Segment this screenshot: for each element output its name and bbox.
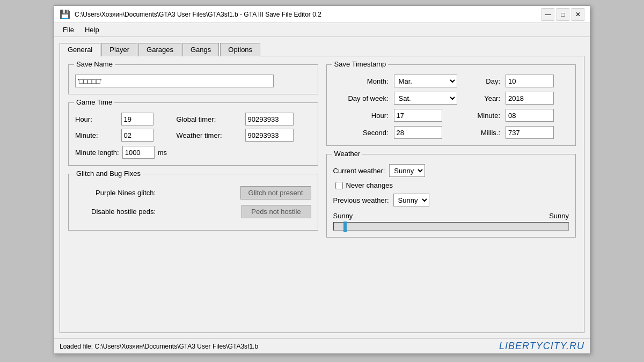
minute-length-input[interactable]: [122, 146, 155, 159]
ms-label: ms: [158, 149, 167, 157]
ts-day-input[interactable]: [506, 75, 554, 87]
ts-hour-input[interactable]: [394, 109, 442, 122]
never-changes-checkbox[interactable]: [335, 182, 343, 189]
weather-slider-container: Sunny Sunny: [333, 212, 569, 231]
ts-second-input[interactable]: [394, 126, 442, 139]
current-weather-select[interactable]: Sunny: [389, 164, 425, 177]
purple-nines-label: Purple Nines glitch:: [75, 189, 156, 197]
tab-player[interactable]: Player: [101, 43, 137, 56]
title-bar: 💾 C:\Users\Хозяин\Documents\GTA3 User Fi…: [54, 6, 590, 23]
ts-millis-label: Millis.:: [463, 129, 501, 137]
minute-length-row: Minute length: ms: [75, 146, 311, 159]
tab-bar: General Player Garages Gangs Options: [60, 42, 584, 56]
slider-right-label: Sunny: [549, 212, 569, 220]
save-name-group: Save Name: [68, 64, 318, 94]
ts-day-label: Day:: [463, 77, 501, 85]
ts-second-label: Second:: [333, 129, 389, 137]
previous-weather-label: Previous weather:: [333, 196, 389, 204]
main-window: 💾 C:\Users\Хозяин\Documents\GTA3 User Fi…: [54, 5, 590, 354]
ts-hour-label: Hour:: [333, 112, 389, 120]
glitch-group: Glitch and Bug Fixes Purple Nines glitch…: [68, 174, 318, 231]
left-panel: Save Name Game Time Hour: Global timer: …: [68, 64, 318, 324]
close-button[interactable]: ✕: [572, 8, 584, 21]
ts-dow-select[interactable]: Sat.: [394, 92, 457, 105]
save-timestamp-group: Save Timestamp Month: Mar. Day: Day of w…: [326, 64, 576, 146]
timestamp-grid: Month: Mar. Day: Day of week: Sat. Year:…: [333, 75, 569, 139]
never-changes-row: Never changes: [335, 181, 569, 189]
menu-file[interactable]: File: [58, 25, 78, 35]
ts-minute-label: Minute:: [463, 112, 501, 120]
ts-dow-label: Day of week:: [333, 94, 389, 102]
ts-minute-input[interactable]: [506, 109, 554, 122]
purple-nines-button[interactable]: Glitch not present: [240, 186, 311, 200]
status-text: Loaded file: C:\Users\Хозяин\Documents\G…: [60, 343, 258, 350]
liberty-city-logo: LIBERTYCITY.RU: [499, 341, 584, 352]
game-time-grid: Hour: Global timer: Minute: Weather time…: [75, 113, 311, 142]
app-icon: 💾: [60, 9, 70, 19]
tab-options[interactable]: Options: [220, 43, 260, 56]
tab-content-general: Save Name Game Time Hour: Global timer: …: [60, 56, 584, 333]
slider-labels: Sunny Sunny: [333, 212, 569, 220]
ts-year-label: Year:: [463, 94, 501, 102]
menu-help[interactable]: Help: [80, 25, 104, 35]
slider-thumb: [343, 221, 347, 232]
save-name-row: [75, 75, 311, 87]
title-bar-left: 💾 C:\Users\Хозяин\Documents\GTA3 User Fi…: [60, 9, 321, 19]
disable-peds-label: Disable hostile peds:: [75, 208, 156, 216]
current-weather-row: Current weather: Sunny: [333, 164, 569, 177]
purple-nines-row: Purple Nines glitch: Glitch not present: [75, 186, 311, 200]
status-bar: Loaded file: C:\Users\Хозяин\Documents\G…: [54, 338, 590, 353]
maximize-button[interactable]: □: [557, 8, 569, 21]
right-panel: Save Timestamp Month: Mar. Day: Day of w…: [326, 64, 576, 324]
disable-peds-row: Disable hostile peds: Peds not hostile: [75, 205, 311, 218]
title-controls: — □ ✕: [541, 8, 584, 21]
weather-section: Current weather: Sunny Never changes Pre…: [333, 164, 569, 231]
minute-length-label: Minute length:: [75, 149, 119, 157]
previous-weather-select[interactable]: Sunny: [393, 194, 429, 206]
never-changes-label: Never changes: [346, 181, 393, 189]
global-timer-label: Global timer:: [177, 115, 240, 123]
save-name-input[interactable]: [75, 75, 274, 87]
tab-general[interactable]: General: [60, 43, 100, 56]
weather-slider[interactable]: [333, 222, 569, 231]
hour-label: Hour:: [75, 115, 116, 123]
menu-bar: File Help: [54, 23, 590, 37]
weather-timer-input[interactable]: [245, 129, 294, 142]
glitch-rows: Purple Nines glitch: Glitch not present …: [75, 186, 311, 218]
current-weather-label: Current weather:: [333, 167, 385, 175]
ts-month-select[interactable]: Mar.: [394, 75, 457, 87]
minimize-button[interactable]: —: [541, 8, 554, 21]
weather-group: Weather Current weather: Sunny Never cha…: [326, 154, 576, 238]
ts-year-input[interactable]: [506, 92, 554, 105]
weather-group-label: Weather: [332, 150, 363, 158]
tab-garages[interactable]: Garages: [138, 43, 181, 56]
window-title: C:\Users\Хозяин\Documents\GTA3 User File…: [75, 11, 321, 18]
weather-timer-label: Weather timer:: [177, 131, 240, 139]
save-name-label: Save Name: [74, 60, 115, 68]
glitch-group-label: Glitch and Bug Fixes: [74, 169, 143, 178]
tab-gangs[interactable]: Gangs: [182, 43, 219, 56]
minute-label: Minute:: [75, 131, 116, 139]
ts-millis-input[interactable]: [506, 126, 554, 139]
save-timestamp-label: Save Timestamp: [332, 60, 389, 68]
global-timer-input[interactable]: [245, 113, 294, 125]
game-time-label: Game Time: [74, 98, 114, 106]
hour-input[interactable]: [121, 113, 153, 125]
disable-peds-button[interactable]: Peds not hostile: [241, 205, 311, 218]
slider-left-label: Sunny: [333, 212, 353, 220]
ts-month-label: Month:: [333, 77, 389, 85]
previous-weather-row: Previous weather: Sunny: [333, 194, 569, 206]
game-time-group: Game Time Hour: Global timer: Minute: We…: [68, 102, 318, 166]
minute-input[interactable]: [121, 129, 153, 142]
content-area: General Player Garages Gangs Options Sav…: [54, 37, 590, 338]
